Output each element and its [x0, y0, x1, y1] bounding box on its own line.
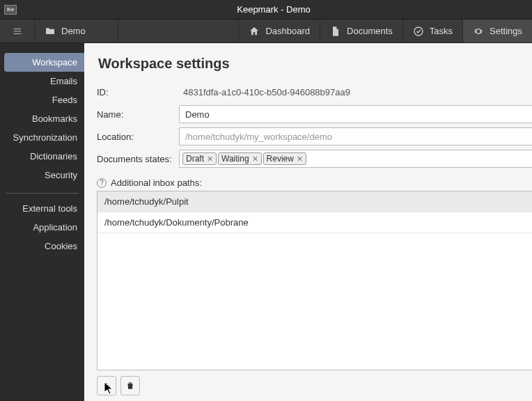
state-chip[interactable]: Waiting ✕: [218, 152, 262, 165]
state-chip[interactable]: Review ✕: [263, 152, 306, 165]
svg-point-0: [414, 27, 423, 36]
nav-documents[interactable]: Documents: [320, 19, 402, 42]
state-chip-label: Waiting: [221, 154, 249, 164]
path-actions: [97, 370, 532, 401]
inbox-path-row[interactable]: /home/tchudyk/Dokumenty/Pobrane: [97, 212, 532, 233]
main: Workspace Emails Feeds Bookmarks Synchro…: [0, 43, 532, 401]
nav-tasks[interactable]: Tasks: [402, 19, 462, 42]
plus-icon: [102, 381, 111, 391]
sidebar-item-bookmarks[interactable]: Bookmarks: [0, 109, 84, 128]
sidebar-item-emails[interactable]: Emails: [0, 72, 84, 91]
input-name[interactable]: [179, 105, 532, 123]
help-icon[interactable]: ?: [97, 178, 107, 188]
content: Workspace settings ID: 4831fdfa-a1c0-410…: [84, 43, 532, 401]
value-id: 4831fdfa-a1c0-410c-b50d-946088b97aa9: [179, 87, 350, 97]
row-location: Location:: [97, 127, 532, 146]
breadcrumb[interactable]: Demo: [35, 19, 118, 42]
sidebar-item-synchronization[interactable]: Synchronization: [0, 128, 84, 147]
document-icon: [330, 26, 341, 37]
label-states: Documents states:: [97, 154, 179, 164]
nav-dashboard[interactable]: Dashboard: [238, 19, 320, 42]
app-icon: Ke: [4, 5, 17, 15]
inbox-paths-list[interactable]: /home/tchudyk/Pulpit /home/tchudyk/Dokum…: [97, 191, 532, 370]
nav-documents-label: Documents: [347, 26, 393, 36]
hamburger-icon: [11, 26, 24, 36]
menu-button[interactable]: [0, 19, 35, 42]
breadcrumb-label: Demo: [61, 26, 86, 36]
remove-icon[interactable]: ✕: [297, 155, 303, 164]
nav-dashboard-label: Dashboard: [265, 26, 310, 36]
sidebar-item-application[interactable]: Application: [0, 218, 84, 237]
input-location[interactable]: [179, 127, 532, 146]
home-icon: [249, 26, 260, 37]
row-states: Documents states: Draft ✕ Waiting ✕ Revi…: [97, 150, 532, 168]
sidebar: Workspace Emails Feeds Bookmarks Synchro…: [0, 43, 84, 401]
sidebar-separator: [6, 193, 79, 194]
row-id: ID: 4831fdfa-a1c0-410c-b50d-946088b97aa9: [97, 83, 532, 101]
sidebar-item-dictionaries[interactable]: Dictionaries: [0, 147, 84, 166]
check-circle-icon: [413, 26, 424, 37]
sidebar-item-external-tools[interactable]: External tools: [0, 199, 84, 218]
page-title: Workspace settings: [97, 56, 532, 72]
row-name: Name:: [97, 105, 532, 123]
folder-icon: [45, 26, 56, 37]
state-chip[interactable]: Draft ✕: [182, 152, 217, 165]
add-path-button[interactable]: [97, 376, 116, 395]
remove-icon[interactable]: ✕: [207, 155, 213, 164]
label-id: ID:: [97, 87, 179, 97]
nav-settings-label: Settings: [490, 26, 522, 36]
nav-tasks-label: Tasks: [430, 26, 453, 36]
state-chip-label: Review: [267, 154, 294, 164]
additional-paths-label: Additional inbox paths:: [111, 178, 202, 188]
remove-icon[interactable]: ✕: [252, 155, 258, 164]
label-location: Location:: [97, 132, 179, 142]
sidebar-item-cookies[interactable]: Cookies: [0, 237, 84, 255]
additional-paths-header: ? Additional inbox paths:: [97, 178, 532, 188]
gear-icon: [473, 26, 484, 37]
nav-settings[interactable]: Settings: [462, 19, 532, 42]
window-title: Keepmark - Demo: [19, 4, 528, 15]
titlebar: Ke Keepmark - Demo: [0, 0, 532, 19]
delete-path-button[interactable]: [120, 376, 140, 395]
toolbar: Demo Dashboard Documents Tasks Settings: [0, 19, 532, 43]
toolbar-spacer: [118, 19, 238, 42]
sidebar-item-feeds[interactable]: Feeds: [0, 91, 84, 109]
sidebar-item-security[interactable]: Security: [0, 166, 84, 184]
inbox-path-row[interactable]: /home/tchudyk/Pulpit: [97, 191, 532, 212]
label-name: Name:: [97, 109, 179, 120]
states-field[interactable]: Draft ✕ Waiting ✕ Review ✕: [179, 150, 532, 168]
trash-icon: [125, 381, 135, 391]
state-chip-label: Draft: [186, 154, 204, 164]
sidebar-item-workspace[interactable]: Workspace: [4, 53, 84, 72]
